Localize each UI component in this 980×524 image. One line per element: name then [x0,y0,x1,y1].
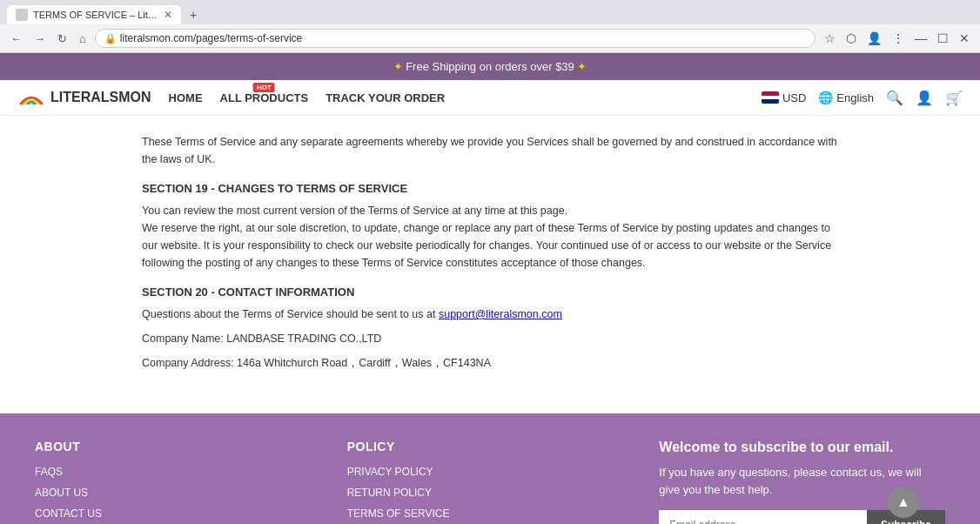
footer-link-return-policy[interactable]: RETURN POLICY [347,487,634,499]
nav-all-products[interactable]: HOT ALL PRODUCTS [220,91,309,104]
address-bar-wrap[interactable]: 🔒 [95,29,816,48]
banner-text: Free Shipping on orders over $39 [406,60,574,73]
site-footer: ABOUT FAQS ABOUT US CONTACT US TRACK YOU… [0,413,980,524]
footer-link-privacy-policy[interactable]: PRIVACY POLICY [347,466,634,478]
footer-link-terms-of-service[interactable]: TERMS OF SERVICE [347,507,634,520]
scroll-top-button[interactable]: ▲ [888,487,919,518]
governing-law-text: These Terms of Service and any separate … [142,133,838,168]
footer-policy-heading: POLICY [347,440,634,453]
minimize-button[interactable]: — [911,30,930,47]
footer-subscribe-heading: Welcome to subscribe to our email. [659,440,945,455]
footer-about-heading: ABOUT [35,440,321,453]
footer-link-faqs[interactable]: FAQS [35,466,321,478]
menu-button[interactable]: ⋮ [889,30,908,47]
close-window-button[interactable]: ✕ [956,30,973,47]
section20-body-before-link: Questions about the Terms of Service sho… [142,308,439,320]
address-bar-lock-icon: 🔒 [104,33,117,44]
section20-contact-text: Questions about the Terms of Service sho… [142,306,838,323]
footer-link-contact-us[interactable]: CONTACT US [35,507,321,520]
header-right: USD 🌐 English 🔍 👤 🛒 [762,90,963,106]
browser-chrome: TERMS OF SERVICE – Literalsm... ✕ + [0,0,980,24]
restore-button[interactable]: ☐ [934,30,952,47]
tab-favicon [16,9,28,21]
currency-text: USD [782,91,806,104]
language-text: English [836,91,874,104]
company-name-text: Company Name: LANDBASE TRADING CO.,LTD [142,330,838,347]
email-address-input[interactable] [659,510,867,524]
footer-grid: ABOUT FAQS ABOUT US CONTACT US TRACK YOU… [35,440,945,524]
tab-close-button[interactable]: ✕ [164,9,172,21]
tab-title: TERMS OF SERVICE – Literalsm... [33,10,158,20]
main-nav: HOME HOT ALL PRODUCTS TRACK YOUR ORDER [169,91,744,104]
section20-heading: SECTION 20 - CONTACT INFORMATION [142,286,838,299]
reload-button[interactable]: ↻ [54,30,70,47]
extensions-button[interactable]: ⬡ [842,30,860,47]
hot-badge: HOT [253,83,275,92]
browser-controls: ← → ↻ ⌂ 🔒 ☆ ⬡ 👤 ⋮ — ☐ ✕ [0,24,980,53]
top-banner: ✦ Free Shipping on orders over $39 ✦ [0,53,980,80]
cart-button[interactable]: 🛒 [945,90,963,106]
new-tab-button[interactable]: + [185,6,202,24]
section19-heading: SECTION 19 - CHANGES TO TERMS OF SERVICE [142,182,838,195]
nav-home[interactable]: HOME [169,91,203,104]
currency-selector[interactable]: USD [762,91,806,104]
logo[interactable]: LITERALSMON [17,87,151,108]
star-left-icon: ✦ [393,60,403,73]
nav-track-order[interactable]: TRACK YOUR ORDER [326,91,445,104]
home-button[interactable]: ⌂ [76,30,90,47]
back-button[interactable]: ← [7,30,25,47]
account-button[interactable]: 👤 [916,90,933,106]
footer-policy-column: POLICY PRIVACY POLICY RETURN POLICY TERM… [347,440,634,524]
logo-text: LITERALSMON [50,90,151,105]
globe-icon: 🌐 [818,91,833,104]
language-selector[interactable]: 🌐 English [818,91,874,104]
bookmark-button[interactable]: ☆ [821,30,839,47]
forward-button[interactable]: → [30,30,49,47]
contact-email-link[interactable]: support@literalsmon.com [439,308,562,320]
footer-about-column: ABOUT FAQS ABOUT US CONTACT US TRACK YOU… [35,440,321,524]
section19-body: You can review the most current version … [142,202,838,272]
site-header: LITERALSMON HOME HOT ALL PRODUCTS TRACK … [0,80,980,116]
profile-button[interactable]: 👤 [863,30,885,47]
us-flag-icon [762,91,779,104]
company-address-text: Company Address: 146a Whitchurch Road，Ca… [142,354,838,372]
address-bar-input[interactable] [120,32,806,44]
main-content: These Terms of Service and any separate … [116,116,864,413]
footer-bottom-wrap: ABOUT FAQS ABOUT US CONTACT US TRACK YOU… [35,440,945,524]
search-button[interactable]: 🔍 [886,90,903,106]
star-right-icon: ✦ [577,60,587,73]
logo-icon [17,87,45,108]
browser-tab[interactable]: TERMS OF SERVICE – Literalsm... ✕ [7,5,181,24]
footer-link-about-us[interactable]: ABOUT US [35,487,321,499]
